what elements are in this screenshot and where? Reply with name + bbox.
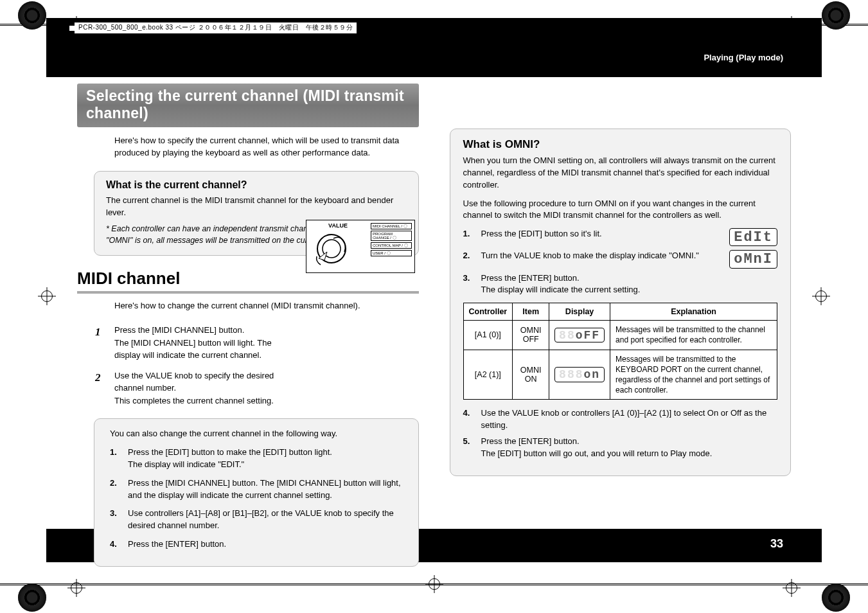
omni-title: What is OMNI?: [463, 138, 778, 151]
omni-p2: Use the following procedure to turn OMNI…: [463, 198, 778, 222]
reg-target-ml: [41, 290, 53, 302]
cell-display: 88oFF: [549, 321, 610, 350]
step-number: 1: [95, 324, 107, 362]
value-knob-illustration: VALUE MIDI CHANNEL / 〇 PROGRAM CHANGE / …: [306, 220, 415, 273]
omni-step-1: 1. Press the [EDIT] button so it's lit. …: [463, 228, 778, 246]
box-current-body: The current channel is the MIDI transmit…: [106, 195, 407, 219]
alt-lead: You can also change the current channel …: [110, 428, 407, 440]
illus-btn-control: CONTROL MAP / 〇: [371, 242, 412, 249]
reg-target-bc: [429, 578, 440, 590]
alt-step-4: 4.Press the [ENTER] button.: [110, 538, 407, 551]
midi-step-1: 1 Press the [MIDI CHANNEL] button. The […: [95, 324, 290, 362]
cell-explanation: Messages will be transmitted to the chan…: [610, 321, 777, 350]
corner-rosette-tl: [18, 1, 46, 30]
th-item: Item: [513, 303, 549, 321]
reg-target-bl: [71, 582, 82, 594]
alt-step-1: 1.Press the [EDIT] button to make the [E…: [110, 447, 407, 471]
illus-value-label: VALUE: [309, 223, 367, 229]
th-explanation: Explanation: [610, 303, 777, 321]
step-text: Press the [MIDI CHANNEL] button. The [MI…: [114, 324, 290, 362]
midi-step-2: 2 Use the VALUE knob to specify the desi…: [95, 369, 290, 407]
omni-p1: When you turn the OMNI setting on, all c…: [463, 155, 778, 191]
box-alt-method: You can also change the current channel …: [94, 418, 419, 567]
omni-table: Controller Item Display Explanation [A1 …: [463, 303, 778, 400]
cell-explanation: Messages will be transmitted to the KEYB…: [610, 350, 777, 400]
omni-step-3: 3. Press the [ENTER] button. The display…: [463, 272, 778, 297]
alt-steps: 1.Press the [EDIT] button to make the [E…: [110, 447, 407, 551]
omni-step-text: Press the [ENTER] button. The [EDIT] but…: [481, 436, 778, 460]
omni-step-2: 2. Turn the VALUE knob to make the displ…: [463, 250, 778, 268]
lcd-display-omni: oMnI: [729, 250, 777, 268]
alt-step-3: 3.Use controllers [A1]–[A8] or [B1]–[B2]…: [110, 508, 407, 532]
left-column: Selecting the current channel (MIDI tran…: [77, 84, 419, 562]
illus-btn-program: PROGRAM CHANGE / 〇: [371, 231, 412, 241]
cell-item: OMNI OFF: [513, 321, 549, 350]
box-omni: What is OMNI? When you turn the OMNI set…: [450, 129, 792, 476]
midi-steps: 1 Press the [MIDI CHANNEL] button. The […: [77, 324, 419, 407]
file-info-tag: PCR-300_500_800_e.book 33 ページ ２００６年１２月１９…: [74, 22, 357, 34]
omni-step-text: Press the [ENTER] button. The display wi…: [481, 272, 778, 297]
alt-step-text: Press the [EDIT] button to make the [EDI…: [128, 447, 332, 471]
corner-rosette-br: [822, 583, 850, 612]
cell-display: 888on: [549, 350, 610, 400]
reg-target-mr: [815, 290, 827, 302]
lcd-display-edit: EdIt: [729, 228, 777, 246]
illus-btn-user: USER / 〇: [371, 250, 412, 256]
omni-step-5: 5. Press the [ENTER] button. The [EDIT] …: [463, 436, 778, 460]
reg-target-br: [786, 582, 797, 594]
omni-step-text: Press the [EDIT] button so it's lit.: [481, 228, 720, 240]
heading-main: Selecting the current channel (MIDI tran…: [77, 84, 419, 127]
table-row: [A1 (0)] OMNI OFF 88oFF Messages will be…: [463, 321, 777, 350]
omni-step-text: Turn the VALUE knob to make the display …: [481, 250, 720, 262]
omni-step-text: Use the VALUE knob or controllers [A1 (0…: [481, 407, 778, 432]
step-text: Use the VALUE knob to specify the desire…: [114, 369, 290, 407]
breadcrumb: Playing (Play mode): [704, 53, 783, 62]
omni-step-4: 4. Use the VALUE knob or controllers [A1…: [463, 407, 778, 432]
knob-icon: [309, 229, 354, 268]
page-content: Selecting the current channel (MIDI tran…: [77, 84, 791, 562]
cell-controller: [A2 (1)]: [463, 350, 513, 400]
right-column: What is OMNI? When you turn the OMNI set…: [450, 84, 792, 562]
th-controller: Controller: [463, 303, 513, 321]
step-number: 2: [95, 369, 107, 407]
alt-step-text: Press the [ENTER] button.: [128, 538, 226, 551]
th-display: Display: [549, 303, 610, 321]
alt-step-text: Press the [MIDI CHANNEL] button. The [MI…: [128, 477, 407, 502]
intro-paragraph: Here's how to specify the current channe…: [77, 135, 419, 159]
alt-step-2: 2.Press the [MIDI CHANNEL] button. The […: [110, 477, 407, 502]
box-current-title: What is the current channel?: [106, 179, 407, 191]
illus-btn-midi: MIDI CHANNEL / 〇: [371, 223, 412, 229]
cell-controller: [A1 (0)]: [463, 321, 513, 350]
alt-step-text: Use controllers [A1]–[A8] or [B1]–[B2], …: [128, 508, 407, 532]
corner-rosette-tr: [822, 1, 850, 30]
cell-item: OMNI ON: [513, 350, 549, 400]
table-row: [A2 (1)] OMNI ON 888on Messages will be …: [463, 350, 777, 400]
corner-rosette-bl: [18, 583, 46, 612]
midi-intro: Here's how to change the current channel…: [77, 300, 419, 312]
